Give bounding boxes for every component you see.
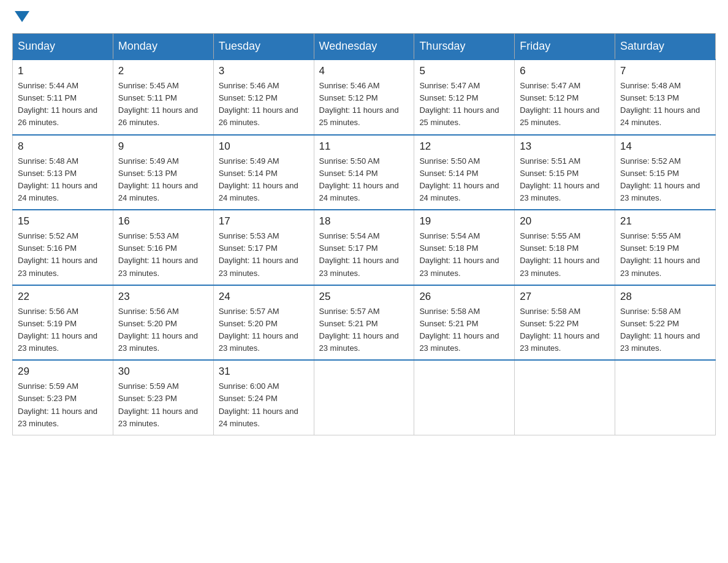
day-info: Sunrise: 5:45 AM Sunset: 5:11 PM Dayligh…: [118, 80, 208, 129]
calendar-cell: 22 Sunrise: 5:56 AM Sunset: 5:19 PM Dayl…: [13, 285, 113, 361]
day-number: 26: [419, 291, 509, 303]
day-number: 22: [18, 291, 108, 303]
day-number: 4: [319, 65, 409, 77]
calendar-cell: 25 Sunrise: 5:57 AM Sunset: 5:21 PM Dayl…: [314, 285, 414, 361]
day-number: 1: [18, 65, 108, 77]
calendar-cell: 17 Sunrise: 5:53 AM Sunset: 5:17 PM Dayl…: [213, 210, 314, 285]
header-thursday: Thursday: [414, 34, 515, 60]
calendar-cell: 18 Sunrise: 5:54 AM Sunset: 5:17 PM Dayl…: [314, 210, 414, 285]
day-number: 24: [219, 291, 309, 303]
calendar-cell: 11 Sunrise: 5:50 AM Sunset: 5:14 PM Dayl…: [314, 135, 414, 210]
day-info: Sunrise: 5:46 AM Sunset: 5:12 PM Dayligh…: [319, 80, 409, 129]
calendar-header-row: SundayMondayTuesdayWednesdayThursdayFrid…: [13, 34, 716, 60]
header-monday: Monday: [113, 34, 213, 60]
calendar-cell: 15 Sunrise: 5:52 AM Sunset: 5:16 PM Dayl…: [13, 210, 113, 285]
day-info: Sunrise: 5:54 AM Sunset: 5:18 PM Dayligh…: [419, 230, 509, 280]
calendar-table: SundayMondayTuesdayWednesdayThursdayFrid…: [12, 33, 716, 435]
calendar-cell: 9 Sunrise: 5:49 AM Sunset: 5:13 PM Dayli…: [113, 135, 213, 210]
logo-triangle-icon: [15, 11, 29, 22]
day-number: 27: [520, 291, 610, 303]
calendar-cell: [414, 360, 515, 435]
calendar-cell: 8 Sunrise: 5:48 AM Sunset: 5:13 PM Dayli…: [13, 135, 113, 210]
calendar-cell: 19 Sunrise: 5:54 AM Sunset: 5:18 PM Dayl…: [414, 210, 515, 285]
calendar-cell: 1 Sunrise: 5:44 AM Sunset: 5:11 PM Dayli…: [13, 59, 113, 135]
day-info: Sunrise: 5:53 AM Sunset: 5:17 PM Dayligh…: [219, 230, 309, 280]
day-number: 21: [620, 215, 710, 228]
day-number: 19: [419, 215, 509, 228]
day-number: 30: [118, 366, 208, 378]
calendar-cell: [515, 360, 615, 435]
calendar-cell: 26 Sunrise: 5:58 AM Sunset: 5:21 PM Dayl…: [414, 285, 515, 361]
day-number: 6: [520, 65, 610, 77]
header-friday: Friday: [515, 34, 615, 60]
calendar-cell: 23 Sunrise: 5:56 AM Sunset: 5:20 PM Dayl…: [113, 285, 213, 361]
day-info: Sunrise: 5:57 AM Sunset: 5:20 PM Dayligh…: [219, 305, 309, 355]
day-info: Sunrise: 5:58 AM Sunset: 5:21 PM Dayligh…: [419, 305, 509, 355]
calendar-cell: 16 Sunrise: 5:53 AM Sunset: 5:16 PM Dayl…: [113, 210, 213, 285]
week-row-4: 22 Sunrise: 5:56 AM Sunset: 5:19 PM Dayl…: [13, 285, 716, 361]
page-header: [12, 12, 716, 23]
header-saturday: Saturday: [615, 34, 716, 60]
day-number: 15: [18, 215, 108, 228]
day-info: Sunrise: 5:49 AM Sunset: 5:13 PM Dayligh…: [118, 155, 208, 205]
calendar-cell: 3 Sunrise: 5:46 AM Sunset: 5:12 PM Dayli…: [213, 59, 314, 135]
day-number: 23: [118, 291, 208, 303]
day-info: Sunrise: 5:52 AM Sunset: 5:16 PM Dayligh…: [18, 230, 108, 280]
day-number: 20: [520, 215, 610, 228]
day-info: Sunrise: 5:57 AM Sunset: 5:21 PM Dayligh…: [319, 305, 409, 355]
day-info: Sunrise: 5:59 AM Sunset: 5:23 PM Dayligh…: [118, 380, 208, 430]
day-info: Sunrise: 5:58 AM Sunset: 5:22 PM Dayligh…: [620, 305, 710, 355]
calendar-cell: [615, 360, 716, 435]
calendar-cell: 2 Sunrise: 5:45 AM Sunset: 5:11 PM Dayli…: [113, 59, 213, 135]
calendar-cell: 7 Sunrise: 5:48 AM Sunset: 5:13 PM Dayli…: [615, 59, 716, 135]
day-info: Sunrise: 5:49 AM Sunset: 5:14 PM Dayligh…: [219, 155, 309, 205]
day-number: 29: [18, 366, 108, 378]
day-info: Sunrise: 5:56 AM Sunset: 5:19 PM Dayligh…: [18, 305, 108, 355]
day-info: Sunrise: 6:00 AM Sunset: 5:24 PM Dayligh…: [219, 380, 309, 430]
calendar-cell: [314, 360, 414, 435]
day-number: 25: [319, 291, 409, 303]
day-info: Sunrise: 5:54 AM Sunset: 5:17 PM Dayligh…: [319, 230, 409, 280]
week-row-2: 8 Sunrise: 5:48 AM Sunset: 5:13 PM Dayli…: [13, 135, 716, 210]
day-number: 5: [419, 65, 509, 77]
day-number: 9: [118, 140, 208, 153]
calendar-cell: 30 Sunrise: 5:59 AM Sunset: 5:23 PM Dayl…: [113, 360, 213, 435]
calendar-cell: 24 Sunrise: 5:57 AM Sunset: 5:20 PM Dayl…: [213, 285, 314, 361]
day-info: Sunrise: 5:44 AM Sunset: 5:11 PM Dayligh…: [18, 80, 108, 129]
day-info: Sunrise: 5:46 AM Sunset: 5:12 PM Dayligh…: [219, 80, 309, 129]
day-number: 2: [118, 65, 208, 77]
day-number: 11: [319, 140, 409, 153]
day-info: Sunrise: 5:55 AM Sunset: 5:18 PM Dayligh…: [520, 230, 610, 280]
day-number: 14: [620, 140, 710, 153]
calendar-cell: 31 Sunrise: 6:00 AM Sunset: 5:24 PM Dayl…: [213, 360, 314, 435]
header-tuesday: Tuesday: [213, 34, 314, 60]
day-info: Sunrise: 5:51 AM Sunset: 5:15 PM Dayligh…: [520, 155, 610, 205]
header-sunday: Sunday: [13, 34, 113, 60]
logo: [12, 12, 29, 23]
day-info: Sunrise: 5:47 AM Sunset: 5:12 PM Dayligh…: [520, 80, 610, 129]
week-row-3: 15 Sunrise: 5:52 AM Sunset: 5:16 PM Dayl…: [13, 210, 716, 285]
day-number: 8: [18, 140, 108, 153]
calendar-cell: 13 Sunrise: 5:51 AM Sunset: 5:15 PM Dayl…: [515, 135, 615, 210]
day-info: Sunrise: 5:53 AM Sunset: 5:16 PM Dayligh…: [118, 230, 208, 280]
calendar-cell: 21 Sunrise: 5:55 AM Sunset: 5:19 PM Dayl…: [615, 210, 716, 285]
day-number: 3: [219, 65, 309, 77]
day-info: Sunrise: 5:50 AM Sunset: 5:14 PM Dayligh…: [419, 155, 509, 205]
calendar-cell: 4 Sunrise: 5:46 AM Sunset: 5:12 PM Dayli…: [314, 59, 414, 135]
calendar-cell: 5 Sunrise: 5:47 AM Sunset: 5:12 PM Dayli…: [414, 59, 515, 135]
day-info: Sunrise: 5:55 AM Sunset: 5:19 PM Dayligh…: [620, 230, 710, 280]
calendar-cell: 6 Sunrise: 5:47 AM Sunset: 5:12 PM Dayli…: [515, 59, 615, 135]
day-info: Sunrise: 5:52 AM Sunset: 5:15 PM Dayligh…: [620, 155, 710, 205]
calendar-cell: 10 Sunrise: 5:49 AM Sunset: 5:14 PM Dayl…: [213, 135, 314, 210]
day-number: 18: [319, 215, 409, 228]
day-info: Sunrise: 5:58 AM Sunset: 5:22 PM Dayligh…: [520, 305, 610, 355]
day-info: Sunrise: 5:47 AM Sunset: 5:12 PM Dayligh…: [419, 80, 509, 129]
day-number: 16: [118, 215, 208, 228]
day-number: 28: [620, 291, 710, 303]
calendar-cell: 20 Sunrise: 5:55 AM Sunset: 5:18 PM Dayl…: [515, 210, 615, 285]
day-info: Sunrise: 5:48 AM Sunset: 5:13 PM Dayligh…: [620, 80, 710, 129]
day-info: Sunrise: 5:50 AM Sunset: 5:14 PM Dayligh…: [319, 155, 409, 205]
day-number: 13: [520, 140, 610, 153]
day-info: Sunrise: 5:59 AM Sunset: 5:23 PM Dayligh…: [18, 380, 108, 430]
week-row-5: 29 Sunrise: 5:59 AM Sunset: 5:23 PM Dayl…: [13, 360, 716, 435]
